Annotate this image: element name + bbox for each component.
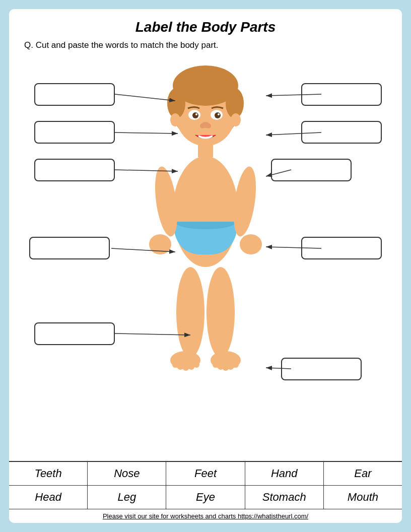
word-eye: Eye [166, 486, 245, 509]
svg-rect-16 [198, 142, 213, 157]
word-ear: Ear [324, 462, 402, 485]
page-title: Label the Body Parts [19, 19, 392, 35]
svg-point-9 [195, 113, 197, 115]
label-box-feet-right[interactable] [281, 358, 362, 380]
svg-point-36 [233, 362, 239, 368]
label-box-ear-right[interactable] [301, 121, 382, 144]
svg-point-15 [231, 113, 241, 126]
footer-text: Please visit our site for worksheets and… [9, 509, 402, 523]
word-teeth: Teeth [9, 462, 88, 485]
svg-point-13 [206, 123, 211, 128]
word-bank-row-2: Head Leg Eye Stomach Mouth [9, 486, 402, 509]
page: Label the Body Parts Q. Cut and paste th… [9, 9, 402, 523]
svg-point-12 [200, 123, 205, 128]
word-nose: Nose [88, 462, 166, 485]
svg-point-28 [177, 364, 183, 370]
svg-point-23 [176, 267, 204, 358]
word-hand: Hand [245, 462, 324, 485]
label-box-hair-right[interactable] [301, 83, 382, 106]
svg-point-14 [170, 113, 180, 126]
main-area [19, 55, 392, 418]
svg-point-22 [240, 234, 262, 254]
svg-point-10 [218, 113, 220, 115]
body-figure [130, 55, 281, 408]
label-box-eye-left[interactable] [34, 121, 115, 144]
word-mouth: Mouth [324, 486, 402, 509]
label-box-leg-left[interactable] [34, 322, 115, 345]
label-box-stomach-right[interactable] [301, 237, 382, 259]
label-box-arm-left[interactable] [29, 237, 110, 259]
svg-point-34 [223, 365, 229, 371]
label-box-nose-right[interactable] [271, 159, 352, 181]
word-head: Head [9, 486, 88, 509]
word-bank: Teeth Nose Feet Hand Ear Head Leg Eye St… [9, 461, 402, 523]
svg-point-20 [149, 234, 171, 254]
subtitle: Q. Cut and paste the words to match the … [19, 40, 392, 50]
word-stomach: Stomach [245, 486, 324, 509]
label-box-mouth-left[interactable] [34, 159, 115, 181]
word-feet: Feet [166, 462, 245, 485]
word-bank-row-1: Teeth Nose Feet Hand Ear [9, 462, 402, 486]
svg-point-31 [193, 362, 199, 368]
svg-point-7 [192, 112, 198, 118]
svg-point-29 [183, 365, 189, 371]
word-leg: Leg [88, 486, 166, 509]
svg-point-8 [215, 112, 221, 118]
svg-point-33 [218, 364, 224, 370]
svg-point-24 [207, 267, 235, 358]
label-box-hair-left[interactable] [34, 83, 115, 106]
